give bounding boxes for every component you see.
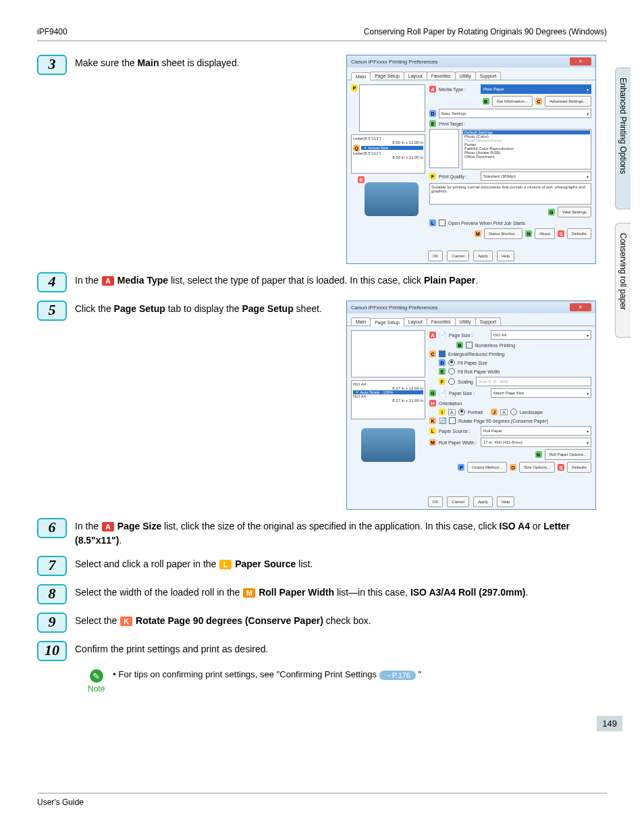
- chevron-down-icon: ▾: [587, 111, 589, 116]
- step-7: 7 Select and click a roll paper in the L…: [37, 556, 607, 576]
- tab-layout[interactable]: Layout: [404, 72, 427, 80]
- chevron-down-icon: ▾: [587, 87, 589, 92]
- advanced-settings-button[interactable]: Advanced Settings...: [545, 96, 591, 107]
- about-button[interactable]: About: [535, 228, 555, 239]
- callout-e: E: [439, 368, 446, 375]
- page-size-select[interactable]: ISO A4▾: [491, 330, 591, 340]
- page-number: 149: [597, 716, 622, 731]
- enlarged-checkbox[interactable]: [439, 350, 446, 357]
- landscape-radio[interactable]: [510, 409, 517, 415]
- note-block: ✎ Note • For tips on confirming print se…: [88, 669, 607, 694]
- callout-c: C: [429, 350, 436, 357]
- header-right: Conserving Roll Paper by Rotating Origin…: [364, 27, 607, 36]
- ok-button[interactable]: OK: [428, 251, 444, 261]
- callout-b: B: [456, 342, 463, 348]
- paper-size-select[interactable]: Match Page Size▾: [491, 388, 591, 398]
- dialog-titlebar: Canon iPFxxxx Printing Preferences ✕: [347, 301, 595, 313]
- scaling-input[interactable]: Auto % (5 - 600): [476, 377, 591, 386]
- callout-k: K: [429, 417, 436, 424]
- callout-d: D: [429, 110, 436, 117]
- step-10: 10 Confirm the print settings and print …: [37, 641, 607, 661]
- cancel-button[interactable]: Cancel: [447, 496, 469, 507]
- tab-utility[interactable]: Utility: [455, 317, 476, 325]
- footer-left: User's Guide: [37, 798, 84, 807]
- defaults-button[interactable]: Defaults: [567, 228, 591, 239]
- fit-paper-radio[interactable]: [448, 359, 455, 366]
- callout-n: N: [535, 451, 542, 458]
- callout-a: A: [429, 332, 436, 338]
- close-icon[interactable]: ✕: [570, 303, 591, 311]
- media-type-select[interactable]: Plain Paper▾: [481, 84, 591, 94]
- print-target-list[interactable]: Default Settings Photo (Color) Photo (Mo…: [462, 129, 591, 170]
- callout-a-inline: A: [102, 276, 114, 286]
- paper-source-select[interactable]: Roll Paper▾: [481, 426, 591, 436]
- tab-favorites[interactable]: Favorites: [427, 317, 456, 325]
- get-information-button[interactable]: Get Information...: [492, 96, 533, 107]
- ok-button[interactable]: OK: [428, 496, 444, 507]
- step-9: 9 Select the K Rotate Page 90 degrees (C…: [37, 613, 607, 633]
- step-4: 4 In the A Media Type list, select the t…: [37, 272, 607, 292]
- chevron-down-icon: ▾: [587, 429, 589, 434]
- tab-page-setup[interactable]: Page Setup: [370, 72, 404, 80]
- tab-main[interactable]: Main: [351, 317, 371, 325]
- header-left: iPF9400: [37, 27, 68, 36]
- note-label: Note: [88, 684, 105, 694]
- status-monitor-button[interactable]: Status Monitor...: [484, 228, 522, 239]
- rotate-90-checkbox[interactable]: [449, 417, 456, 424]
- help-button[interactable]: Help: [497, 496, 514, 507]
- callout-k-inline: K: [120, 617, 132, 626]
- callout-l-inline: L: [219, 560, 232, 569]
- dialog-footer: OK Cancel Apply Help: [347, 248, 595, 264]
- close-icon[interactable]: ✕: [570, 57, 591, 66]
- callout-m-inline: M: [243, 588, 255, 598]
- scaling-radio[interactable]: [448, 378, 455, 385]
- step-3-text: Make sure the Main sheet is displayed.: [75, 55, 338, 70]
- screenshot-main-sheet: Canon iPFxxxx Printing Preferences ✕ Mai…: [346, 55, 596, 264]
- size-options-button[interactable]: Size Options...: [519, 462, 555, 473]
- borderless-checkbox[interactable]: [466, 342, 473, 348]
- callout-a-inline: A: [102, 522, 114, 531]
- easy-settings-select[interactable]: Easy Settings▾: [439, 109, 591, 118]
- tab-support[interactable]: Support: [475, 72, 502, 80]
- step-number: 10: [37, 641, 67, 661]
- size-info: ISO A4 :8.27 in x 11.69 in ▼ Auto Scale …: [351, 380, 425, 419]
- callout-i: I: [439, 409, 446, 415]
- callout-c: C: [535, 98, 542, 105]
- side-tab-enhanced[interactable]: Enhanced Printing Options: [615, 68, 630, 209]
- step-number: 9: [37, 613, 67, 633]
- step-number: 8: [37, 584, 67, 604]
- roll-paper-options-button[interactable]: Roll Paper Options...: [545, 449, 591, 460]
- page-reference-link[interactable]: →P.176: [379, 671, 416, 680]
- callout-s: S: [558, 464, 564, 471]
- apply-button[interactable]: Apply: [473, 251, 493, 261]
- open-preview-checkbox[interactable]: [439, 219, 446, 226]
- fit-roll-radio[interactable]: [448, 368, 455, 375]
- help-button[interactable]: Help: [497, 251, 514, 261]
- dialog-titlebar: Canon iPFxxxx Printing Preferences ✕: [347, 55, 595, 68]
- portrait-radio[interactable]: [458, 409, 465, 415]
- output-method-button[interactable]: Output Method...: [467, 462, 507, 473]
- defaults-button[interactable]: Defaults: [567, 462, 591, 473]
- apply-button[interactable]: Apply: [473, 496, 493, 507]
- callout-j: J: [491, 409, 498, 415]
- tab-favorites[interactable]: Favorites: [427, 72, 456, 80]
- step-4-text: In the A Media Type list, select the typ…: [75, 272, 601, 288]
- step-number: 6: [37, 518, 67, 538]
- tab-utility[interactable]: Utility: [455, 72, 476, 80]
- step-number: 4: [37, 272, 67, 292]
- printer-illustration: R: [351, 176, 425, 222]
- view-settings-button[interactable]: View Settings: [558, 207, 591, 217]
- tab-page-setup[interactable]: Page Setup: [370, 318, 404, 326]
- tab-support[interactable]: Support: [475, 317, 502, 325]
- quality-description: Suitable for printing normal documents t…: [429, 183, 591, 205]
- dialog-tabs: Main Page Setup Layout Favorites Utility…: [347, 68, 595, 80]
- callout-n: N: [525, 230, 532, 237]
- page-footer: User's Guide: [37, 793, 607, 807]
- side-tab-conserving[interactable]: Conserving roll paper: [615, 223, 630, 338]
- roll-width-select[interactable]: 17-in. Roll (431.8mm)▾: [481, 438, 591, 447]
- tab-layout[interactable]: Layout: [404, 317, 427, 325]
- tab-main[interactable]: Main: [351, 72, 371, 80]
- print-quality-select[interactable]: Standard (300dpi)▾: [481, 172, 591, 181]
- callout-p: P: [458, 464, 464, 471]
- cancel-button[interactable]: Cancel: [447, 251, 469, 261]
